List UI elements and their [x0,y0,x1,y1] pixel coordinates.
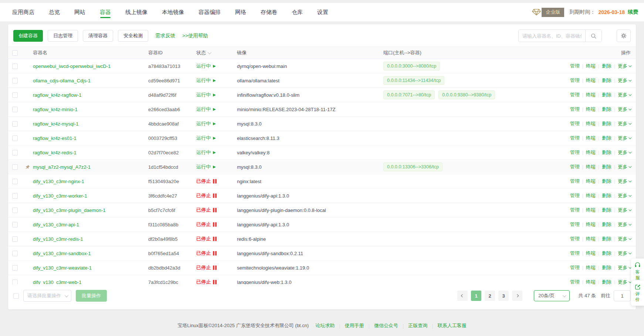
container-name-link[interactable]: dify_v130_c3mr-nginx-1 [33,179,84,184]
container-name-link[interactable]: dify_v130_c3mr-plugin_daemon-1 [33,208,106,213]
row-action-more[interactable]: 更多 [618,120,631,127]
row-action-more[interactable]: 更多 [618,207,631,213]
search-input[interactable] [519,30,585,42]
row-action-delete[interactable]: 删除 [602,135,611,141]
row-action-terminal[interactable]: 终端 [586,193,596,198]
row-action-manage[interactable]: 管理 [570,121,580,126]
status-badge[interactable]: 已停止 [196,236,217,242]
row-checkbox[interactable] [12,107,18,112]
row-action-terminal[interactable]: 终端 [586,222,596,227]
container-name-link[interactable]: dify_v130_c3mr-web-1 [33,280,82,285]
status-badge[interactable]: 已停止 [196,221,217,228]
help-link[interactable]: >>使用帮助 [182,32,208,39]
select-all-checkbox[interactable] [12,50,18,56]
nav-tab-设置[interactable]: 设置 [317,3,328,21]
row-action-terminal[interactable]: 终端 [586,250,596,256]
status-badge[interactable]: 运行中▶ [196,135,216,141]
row-action-more[interactable]: 更多 [618,63,631,69]
feedback-link[interactable]: 需求反馈 [155,32,175,39]
nav-tab-网站[interactable]: 网站 [74,3,85,21]
status-badge[interactable]: 已停止 [196,250,217,257]
status-badge[interactable]: 运行中▶ [196,106,216,113]
row-action-delete[interactable]: 删除 [602,250,611,256]
row-action-manage[interactable]: 管理 [570,63,580,69]
nav-tab-容器[interactable]: 容器 [100,3,111,21]
container-name-link[interactable]: ragflow_kr4z-ragflow-1 [33,92,82,98]
status-badge[interactable]: 已停止 [196,192,217,199]
row-action-manage[interactable]: 管理 [570,279,580,284]
row-action-terminal[interactable]: 终端 [586,150,596,155]
container-name-link[interactable]: ragflow_kr4z-mysql-1 [33,121,79,127]
row-action-manage[interactable]: 管理 [570,78,580,83]
status-badge[interactable]: 运行中▶ [196,164,216,170]
row-action-terminal[interactable]: 终端 [586,236,596,241]
batch-action-select[interactable]: 请选择批量操作 [23,290,71,302]
goto-page-input[interactable] [614,290,631,301]
row-checkbox[interactable] [12,78,18,83]
row-action-more[interactable]: 更多 [618,250,631,257]
row-checkbox[interactable] [12,150,18,155]
row-action-delete[interactable]: 删除 [602,279,611,284]
row-action-delete[interactable]: 删除 [602,106,611,112]
row-action-more[interactable]: 更多 [618,264,631,271]
row-action-manage[interactable]: 管理 [570,222,580,227]
page-button-2[interactable]: 2 [485,291,495,301]
page-size-select[interactable]: 20条/页 [534,290,570,301]
row-action-terminal[interactable]: 终端 [586,265,596,270]
row-action-terminal[interactable]: 终端 [586,92,596,97]
footer-link-0[interactable]: 论坛求助 [315,322,335,329]
nav-tab-仓库[interactable]: 仓库 [292,3,303,21]
row-checkbox[interactable] [12,236,18,242]
renew-link[interactable]: 续费 [628,9,638,16]
row-action-terminal[interactable]: 终端 [586,178,596,184]
row-action-terminal[interactable]: 终端 [586,135,596,141]
clean-container-button[interactable]: 清理容器 [83,30,113,42]
status-badge[interactable]: 已停止 [196,264,217,271]
row-action-manage[interactable]: 管理 [570,135,580,141]
security-check-button[interactable]: 安全检测 [118,30,148,42]
row-action-terminal[interactable]: 终端 [586,121,596,126]
row-action-terminal[interactable]: 终端 [586,207,596,213]
row-action-more[interactable]: 更多 [618,77,631,84]
container-name-link[interactable]: ollama_cdjs-ollama_Cdjs-1 [33,78,91,83]
status-badge[interactable]: 已停止 [196,178,217,185]
row-action-delete[interactable]: 删除 [602,236,611,241]
row-action-delete[interactable]: 删除 [602,178,611,184]
status-badge[interactable]: 运行中▶ [196,120,216,127]
nav-tab-线上镜像[interactable]: 线上镜像 [125,3,148,21]
row-checkbox[interactable] [12,179,18,184]
prev-page-button[interactable] [457,291,468,301]
row-action-terminal[interactable]: 终端 [586,106,596,112]
row-action-manage[interactable]: 管理 [570,236,580,241]
nav-tab-容器编排[interactable]: 容器编排 [199,3,221,21]
table-settings-button[interactable] [617,30,631,42]
container-name-link[interactable]: dify_v130_c3mr-sandbox-1 [33,251,91,256]
status-badge[interactable]: 已停止 [196,279,217,284]
row-action-delete[interactable]: 删除 [602,207,611,213]
row-action-delete[interactable]: 删除 [602,222,611,227]
log-manage-button[interactable]: 日志管理 [48,30,78,42]
footer-link-2[interactable]: 微信公众号 [374,322,398,329]
row-action-terminal[interactable]: 终端 [586,78,596,83]
row-action-terminal[interactable]: 终端 [586,279,596,284]
row-checkbox[interactable] [12,222,18,227]
nav-tab-网络[interactable]: 网络 [235,3,246,21]
row-action-delete[interactable]: 删除 [602,121,611,126]
search-button[interactable] [585,30,601,42]
row-checkbox[interactable] [12,64,18,69]
row-checkbox[interactable] [12,193,18,199]
header-status-filter[interactable]: 状态 [196,49,210,56]
container-name-link[interactable]: dify_v130_c3mr-weaviate-1 [33,265,92,271]
row-action-delete[interactable]: 删除 [602,63,611,69]
row-action-more[interactable]: 更多 [618,135,631,141]
batch-apply-button[interactable]: 批量操作 [76,290,107,302]
row-action-terminal[interactable]: 终端 [586,164,596,169]
row-action-more[interactable]: 更多 [618,279,631,284]
row-checkbox[interactable] [12,121,18,127]
row-action-more[interactable]: 更多 [618,164,631,170]
row-action-manage[interactable]: 管理 [570,178,580,184]
create-container-button[interactable]: 创建容器 [13,30,43,42]
row-action-more[interactable]: 更多 [618,236,631,242]
nav-tab-总览[interactable]: 总览 [49,3,60,21]
row-action-more[interactable]: 更多 [618,221,631,228]
